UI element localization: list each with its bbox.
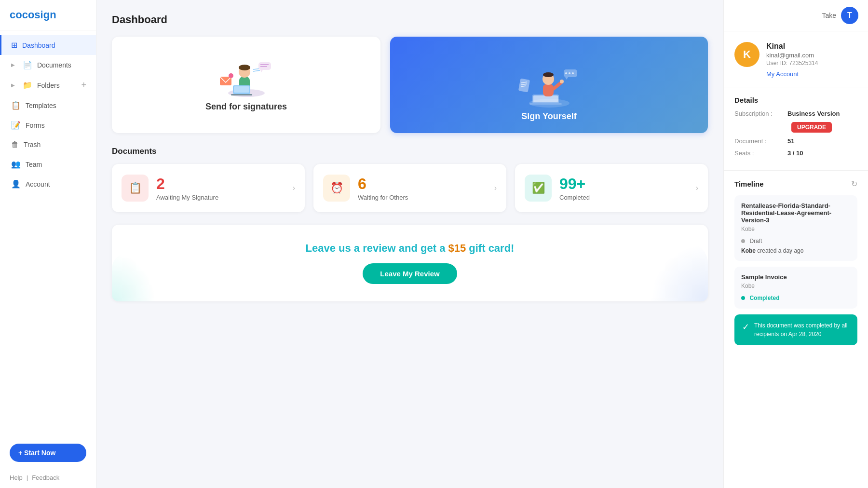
sidebar-item-label: Templates bbox=[26, 102, 56, 109]
timeline-by: Kobe bbox=[741, 226, 851, 232]
main-content: Dashboard bbox=[96, 0, 723, 488]
sidebar-item-documents[interactable]: ▶ 📄 Documents bbox=[0, 55, 96, 75]
sidebar: cocosign ⊞ Dashboard ▶ 📄 Documents ▶ 📁 F… bbox=[0, 0, 96, 488]
awaiting-info: 2 Awaiting My Signature bbox=[156, 175, 285, 201]
banner-decoration-left bbox=[112, 253, 155, 301]
timeline-action: Kobe created a day ago bbox=[741, 247, 851, 254]
waiting-others-card[interactable]: ⏰ 6 Waiting for Others › bbox=[313, 164, 506, 212]
header-avatar[interactable]: T bbox=[841, 7, 858, 24]
timeline-section: Timeline ↻ Rentallease-Florida-Standard-… bbox=[724, 171, 868, 488]
sidebar-item-team[interactable]: 👥 Team bbox=[0, 154, 96, 174]
clock-icon: ⏰ bbox=[330, 182, 343, 194]
svg-point-3 bbox=[239, 65, 250, 70]
awaiting-arrow-icon: › bbox=[293, 184, 295, 192]
sign-card-label: Sign Yourself bbox=[521, 111, 576, 122]
sidebar-item-label: Forms bbox=[26, 122, 45, 129]
completed-count: 99+ bbox=[559, 175, 688, 193]
awaiting-label: Awaiting My Signature bbox=[156, 194, 285, 201]
details-section: Details Subscription : Business Version … bbox=[724, 87, 868, 171]
sign-illustration bbox=[518, 66, 581, 111]
svg-point-27 bbox=[565, 72, 567, 74]
help-link[interactable]: Help bbox=[10, 474, 23, 481]
logo: cocosign bbox=[10, 9, 56, 21]
sidebar-item-label: Account bbox=[26, 180, 50, 188]
top-header: Take T bbox=[724, 0, 868, 31]
completed-icon-bg: ✅ bbox=[525, 175, 552, 202]
send-card-label: Send for signatures bbox=[205, 102, 287, 112]
sidebar-nav: ⊞ Dashboard ▶ 📄 Documents ▶ 📁 Folders + … bbox=[0, 30, 96, 436]
completed-card[interactable]: ✅ 99+ Completed › bbox=[515, 164, 708, 212]
sign-yourself-card[interactable]: Sign Yourself bbox=[390, 37, 708, 133]
sidebar-item-forms[interactable]: 📝 Forms bbox=[0, 115, 96, 135]
action-cards-row: Send for signatures bbox=[112, 37, 708, 133]
subscription-label: Subscription : bbox=[734, 110, 787, 117]
status-text-completed: Completed bbox=[749, 295, 779, 301]
sidebar-item-label: Dashboard bbox=[22, 41, 55, 49]
account-icon: 👤 bbox=[11, 179, 21, 189]
timeline-title: Timeline bbox=[734, 180, 764, 188]
check-icon: ✓ bbox=[742, 322, 749, 332]
awaiting-icon-bg: 📋 bbox=[122, 175, 149, 202]
svg-rect-5 bbox=[234, 86, 249, 93]
subscription-value: Business Version bbox=[787, 110, 840, 117]
timeline-header: Timeline ↻ bbox=[734, 179, 857, 189]
start-now-button[interactable]: + Start Now bbox=[10, 444, 86, 462]
user-avatar: K bbox=[734, 42, 760, 67]
completed-info: 99+ Completed bbox=[559, 175, 688, 201]
timeline-item: Sample Invoice Kobe Completed bbox=[734, 267, 857, 309]
svg-line-23 bbox=[554, 82, 561, 89]
feedback-link[interactable]: Feedback bbox=[32, 474, 59, 481]
team-icon: 👥 bbox=[11, 160, 21, 169]
my-account-link[interactable]: My Account bbox=[766, 70, 799, 78]
add-folder-button[interactable]: + bbox=[81, 80, 86, 90]
svg-marker-26 bbox=[565, 77, 568, 80]
svg-rect-10 bbox=[258, 62, 271, 70]
svg-point-24 bbox=[560, 80, 564, 83]
seats-value: 3 / 10 bbox=[787, 149, 803, 157]
sidebar-item-label: Folders bbox=[37, 81, 60, 89]
sidebar-item-dashboard[interactable]: ⊞ Dashboard bbox=[0, 35, 96, 55]
right-panel: Take T K Kinal kinal@gmail.com User ID: … bbox=[723, 0, 868, 488]
upgrade-button[interactable]: UPGRADE bbox=[791, 122, 832, 133]
user-section: K Kinal kinal@gmail.com User ID: 7235253… bbox=[724, 31, 868, 87]
user-id: User ID: 723525314 bbox=[766, 60, 857, 67]
timeline-by: Kobe bbox=[741, 283, 851, 289]
documents-icon: 📄 bbox=[23, 60, 32, 69]
awaiting-count: 2 bbox=[156, 175, 285, 193]
timeline-status: Draft bbox=[741, 236, 851, 245]
svg-rect-6 bbox=[231, 94, 252, 95]
sidebar-item-templates[interactable]: 📋 Templates bbox=[0, 95, 96, 115]
separator: | bbox=[27, 474, 28, 481]
seats-label: Seats : bbox=[734, 149, 787, 157]
sidebar-item-folders[interactable]: ▶ 📁 Folders + bbox=[0, 75, 96, 95]
sidebar-item-label: Documents bbox=[37, 61, 71, 69]
forms-icon: 📝 bbox=[11, 121, 21, 130]
completed-label: Completed bbox=[559, 194, 688, 201]
sidebar-item-account[interactable]: 👤 Account bbox=[0, 174, 96, 194]
status-dot-completed bbox=[741, 296, 745, 300]
sidebar-item-label: Trash bbox=[24, 141, 41, 149]
waiting-info: 6 Waiting for Others bbox=[358, 175, 487, 201]
svg-rect-30 bbox=[518, 78, 529, 92]
review-banner: Leave us a review and get a $15 gift car… bbox=[112, 225, 708, 301]
timeline-item: Rentallease-Florida-Standard-Residential… bbox=[734, 195, 857, 261]
timeline-doc-name: Rentallease-Florida-Standard-Residential… bbox=[741, 202, 851, 224]
svg-point-29 bbox=[572, 72, 574, 74]
page-title: Dashboard bbox=[112, 14, 708, 26]
send-signatures-card[interactable]: Send for signatures bbox=[112, 37, 380, 133]
awaiting-signature-card[interactable]: 📋 2 Awaiting My Signature › bbox=[112, 164, 305, 212]
sidebar-footer: Help | Feedback bbox=[0, 467, 96, 488]
completed-arrow-icon: › bbox=[696, 184, 698, 192]
leave-my-review-button[interactable]: Leave My Review bbox=[363, 263, 457, 284]
svg-rect-18 bbox=[533, 95, 558, 102]
document-label: Document : bbox=[734, 137, 787, 145]
document-row: Document : 51 bbox=[734, 137, 857, 145]
svg-point-15 bbox=[229, 73, 233, 78]
details-title: Details bbox=[734, 96, 857, 104]
document-value: 51 bbox=[787, 137, 794, 145]
refresh-icon[interactable]: ↻ bbox=[851, 179, 857, 189]
sidebar-item-trash[interactable]: 🗑 Trash bbox=[0, 135, 96, 154]
waiting-count: 6 bbox=[358, 175, 487, 193]
waiting-arrow-icon: › bbox=[494, 184, 497, 192]
send-illustration bbox=[217, 58, 275, 102]
